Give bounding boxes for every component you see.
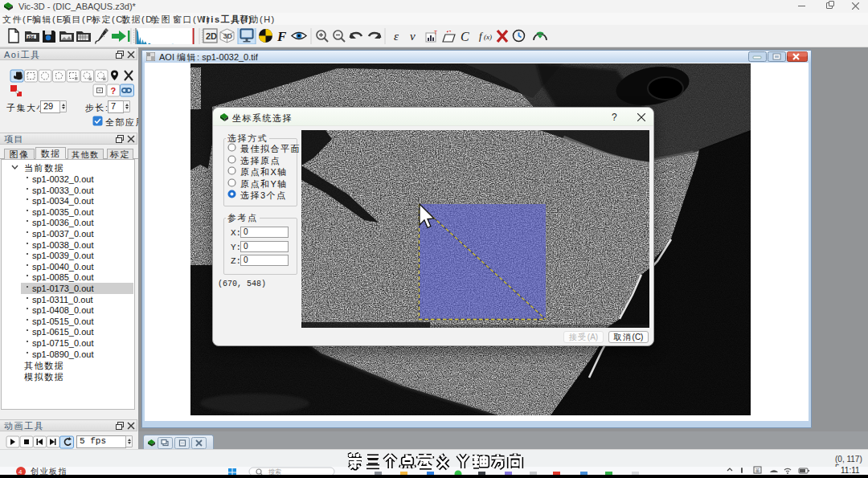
svg-text:ε: ε — [394, 30, 399, 43]
svg-text:F: F — [276, 29, 287, 44]
svg-text:(x): (x) — [484, 33, 492, 41]
svg-text:2D: 2D — [206, 31, 217, 41]
svg-text:C: C — [461, 30, 469, 43]
svg-text:T: T — [434, 30, 437, 35]
svg-text:z3d: z3d — [27, 35, 34, 39]
svg-text:?: ? — [111, 86, 117, 96]
svg-text:ν: ν — [410, 30, 416, 43]
svg-text:3D: 3D — [223, 32, 233, 40]
